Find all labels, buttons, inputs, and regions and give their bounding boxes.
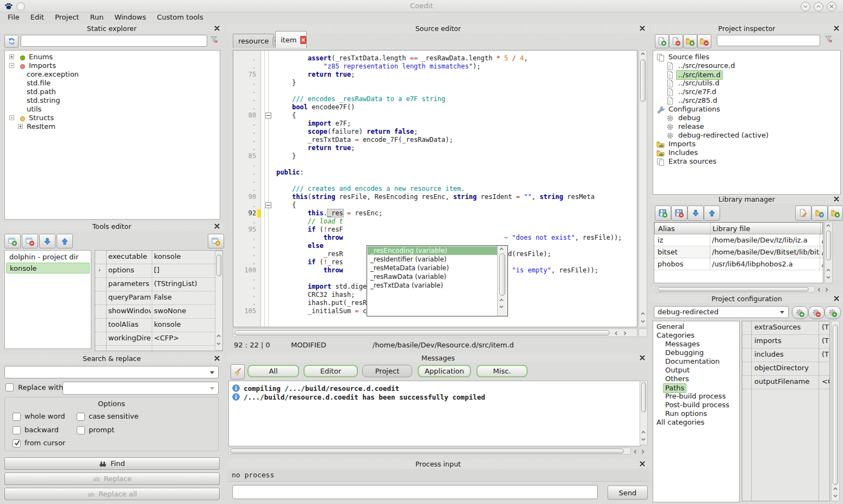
config-property-imports[interactable]: imports(T [742, 335, 829, 349]
category-paths[interactable]: Paths [653, 383, 739, 392]
messages-list[interactable]: compiling /.../build/resource.d.coedit/.… [228, 381, 641, 446]
move-library-down-button[interactable] [687, 206, 704, 221]
inspector-item-release[interactable]: release [653, 122, 840, 131]
property-row-queryparame[interactable]: queryParameFalse [95, 291, 222, 305]
menu-item-project[interactable]: Project [49, 12, 84, 23]
inspector-clear-filter-icon[interactable] [825, 35, 833, 43]
completion-item-resmetadata-variable[interactable]: _resMetaData (variable) [368, 264, 498, 272]
property-row-showwindow[interactable]: showWindowswoNone [95, 305, 222, 319]
filter-button-application[interactable]: Application [418, 365, 471, 377]
tree-item-utils[interactable]: utils [5, 105, 220, 114]
add-configuration-button[interactable] [792, 306, 808, 319]
configuration-categories-tree[interactable]: GeneralCategoriesMessagesDebuggingDocume… [653, 321, 740, 502]
close-messages-button[interactable] [639, 354, 646, 361]
tree-item-std-path[interactable]: std.path [5, 88, 220, 96]
expander-expanded-icon[interactable]: - [9, 63, 14, 68]
config-property-objectdirectory[interactable]: objectDirectory [742, 362, 829, 376]
category-categories[interactable]: Categories [653, 331, 739, 340]
chev-down-icon[interactable] [216, 341, 221, 346]
inspector-item-src-utils-d[interactable]: ../src/utils.d [653, 79, 840, 88]
inspector-item-src-z85-d[interactable]: ../src/z85.d [653, 96, 840, 105]
inspector-item-imports[interactable]: Imports [653, 140, 840, 148]
column-header-library-file[interactable]: Library file [712, 224, 820, 234]
clear-messages-button[interactable] [231, 364, 245, 379]
remove-configuration-button[interactable] [808, 306, 825, 319]
inspector-item-debug[interactable]: debug [653, 114, 840, 122]
libraries-table[interactable]: AliasLibrary fileSiz/home/basile/Dev/Iz/… [654, 222, 823, 283]
category-pre-build-process[interactable]: Pre-build process [653, 392, 739, 401]
libraries-hscrollbar[interactable] [656, 286, 815, 293]
fold-collapse-icon[interactable] [265, 202, 271, 208]
category-output[interactable]: Output [653, 366, 739, 375]
completion-popup[interactable]: _resEncoding (variable)_resIdentifier (v… [367, 245, 508, 316]
close-process-input-button[interactable] [639, 461, 646, 467]
tree-item-std-file[interactable]: std.file [5, 79, 220, 88]
run-tool-button[interactable] [208, 234, 224, 248]
menu-item-custom-tools[interactable]: Custom tools [151, 12, 208, 23]
add-library-button[interactable] [655, 206, 671, 221]
code-editor[interactable]: ..75....80....85....90.92.95....100....1… [233, 50, 637, 327]
completion-item-restxtdata-variable[interactable]: _resTxtData (variable) [368, 281, 498, 290]
category-post-build-process[interactable]: Post-build process [653, 401, 739, 409]
completion-item-resencoding-variable[interactable]: _resEncoding (variable) [368, 246, 498, 255]
clear-filter-icon[interactable] [210, 36, 218, 43]
remove-tool-button[interactable] [22, 234, 38, 248]
checkbox-prompt[interactable] [77, 426, 85, 434]
tree-item-resitem[interactable]: +ResItem [5, 122, 220, 131]
find-button[interactable]: Find [4, 457, 220, 470]
expander-collapsed-icon[interactable]: + [9, 54, 14, 59]
process-input-field[interactable] [232, 485, 598, 499]
add-source-button[interactable] [655, 34, 669, 48]
checkbox-from-cursor[interactable] [13, 439, 21, 447]
tree-item-structs[interactable]: -Structs [5, 114, 220, 122]
close-window-button[interactable] [827, 2, 836, 11]
column-header-s[interactable]: S [822, 224, 823, 234]
configuration-vscrollbar[interactable] [831, 321, 840, 501]
category-all-categories[interactable]: All categories [653, 418, 739, 427]
tab-resource[interactable]: resource [233, 34, 274, 48]
remove-folder-button[interactable] [697, 34, 711, 48]
filter-button-all[interactable]: All [247, 365, 299, 377]
close-search-replace-button[interactable] [214, 355, 220, 362]
message-item[interactable]: compiling /.../build/resource.d.coedit [232, 383, 399, 392]
menu-item-run[interactable]: Run [84, 12, 109, 23]
inspector-item-src-resource-d[interactable]: ../src/resource.d [653, 61, 840, 70]
close-project-inspector-button[interactable] [833, 25, 840, 32]
filter-button-misc[interactable]: Misc. [476, 365, 528, 377]
expand-property-icon[interactable]: › [98, 266, 101, 273]
chev-up-icon[interactable] [216, 334, 221, 338]
category-messages[interactable]: Messages [653, 340, 739, 349]
refresh-button[interactable] [4, 35, 18, 48]
add-tool-button[interactable] [4, 234, 21, 248]
tool-grid-scrollbar[interactable] [215, 251, 223, 351]
category-general[interactable]: General [653, 322, 739, 331]
messages-hscrollbar[interactable] [228, 447, 631, 455]
close-source-editor-button[interactable] [639, 25, 646, 32]
tool-properties-grid[interactable]: executablekonsole›options[]parameters(TS… [95, 250, 223, 351]
menu-item-edit[interactable]: Edit [25, 12, 49, 23]
send-button[interactable]: Send [608, 486, 648, 500]
category-debugging[interactable]: Debugging [653, 349, 739, 357]
filter-button-editor[interactable]: Editor [303, 365, 358, 377]
replace-button[interactable]: ab Replace [4, 472, 220, 485]
property-row-executable[interactable]: executablekonsole [95, 251, 222, 264]
menu-item-file[interactable]: File [2, 12, 25, 23]
tree-item-std-string[interactable]: std.string [5, 96, 220, 105]
library-row-phobos[interactable]: phobos/usr/lib64/libphobos2.a/us [654, 258, 823, 270]
close-library-manager-button[interactable] [833, 196, 840, 202]
library-row-iz[interactable]: iz/home/basile/Dev/Iz/lib/iz.a/ho [654, 234, 823, 246]
remove-library-button[interactable] [671, 206, 687, 221]
static-explorer-filter-input[interactable] [21, 35, 207, 47]
add-library-folder-button[interactable] [828, 206, 843, 221]
config-property-includes[interactable]: includes(T [742, 349, 829, 362]
config-property-outputfilename[interactable]: outputFilename<C [742, 376, 829, 389]
close-tab-item-icon[interactable] [300, 36, 306, 44]
filter-button-project[interactable]: Project [362, 365, 412, 377]
property-row-parameters[interactable]: parameters(TStringList) [95, 278, 222, 291]
expander-collapsed-icon[interactable]: + [18, 124, 23, 129]
completion-item-residentifier-variable[interactable]: _resIdentifier (variable) [368, 255, 498, 264]
replace-all-button[interactable]: ab Replace all [4, 488, 220, 500]
library-from-project-button[interactable] [811, 206, 828, 221]
category-run-options[interactable]: Run options [653, 409, 739, 418]
inspector-item-configurations[interactable]: Configurations [653, 105, 840, 114]
